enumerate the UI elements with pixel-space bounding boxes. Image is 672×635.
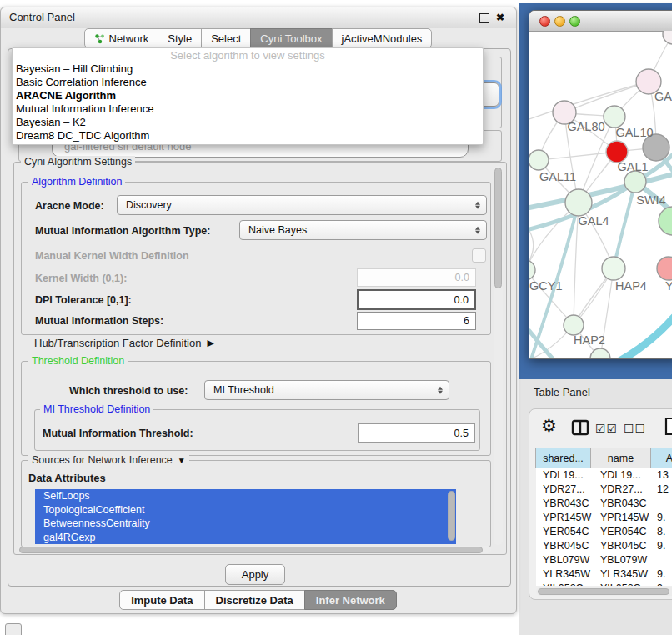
- aracne-mode-combo[interactable]: Discovery: [117, 195, 487, 215]
- table-panel: ⚙ ☑☑ ☐☐ shared... name A YDL19... YDL19.…: [529, 408, 672, 600]
- attribute-item[interactable]: SelfLoops: [35, 489, 456, 503]
- column-header-clipped[interactable]: A: [650, 448, 672, 468]
- column-header-name[interactable]: name: [590, 448, 651, 468]
- network-node-label: HAP2: [574, 333, 605, 347]
- table-cell[interactable]: [653, 553, 672, 568]
- popup-item-aracne[interactable]: ARACNE Algorithm: [13, 89, 483, 102]
- attribute-item[interactable]: gal4RGexp: [35, 531, 456, 545]
- table-cell[interactable]: YER054C: [592, 525, 653, 539]
- network-node[interactable]: [624, 171, 646, 192]
- table-row[interactable]: YER054C YER054C 8.: [536, 525, 672, 539]
- table-cell[interactable]: YBL079W: [592, 553, 653, 568]
- network-node[interactable]: [565, 189, 592, 216]
- sources-group-toggle[interactable]: Sources for Network Inference ▼: [28, 454, 189, 467]
- table-row[interactable]: YBL079W YBL079W: [536, 553, 672, 568]
- tab-label: Style: [168, 32, 192, 45]
- table-cell[interactable]: [653, 497, 672, 511]
- close-icon[interactable]: ✖: [496, 8, 504, 28]
- table-cell[interactable]: YIL052C: [592, 582, 653, 586]
- table-cell[interactable]: YDL19...: [536, 468, 592, 482]
- tab-style[interactable]: Style: [158, 28, 202, 48]
- apply-button[interactable]: Apply: [225, 564, 285, 585]
- tab-network[interactable]: Network: [84, 28, 159, 48]
- table-row[interactable]: YPR145W YPR145W 9.: [536, 511, 672, 525]
- network-window-titlebar[interactable]: [529, 11, 672, 32]
- table-cell[interactable]: 9.: [653, 539, 672, 553]
- table-cell[interactable]: YBR045C: [592, 539, 653, 553]
- dpi-tolerance-field[interactable]: 0.0: [357, 289, 476, 310]
- attribute-item[interactable]: BetweennessCentrality: [35, 517, 456, 531]
- network-canvas[interactable]: GAL GAL80 GAL10 GAL1 GAL11 SWI4 GAL4 GCY…: [529, 31, 672, 358]
- table-row[interactable]: YDR27... YDR27... 12: [536, 482, 672, 497]
- table-cell[interactable]: YBL079W: [536, 553, 592, 568]
- popup-item-mutual-information[interactable]: Mutual Information Inference: [13, 102, 483, 116]
- tab-cyni-toolbox[interactable]: Cyni Toolbox: [250, 28, 332, 48]
- tab-select[interactable]: Select: [201, 28, 251, 48]
- table-cell[interactable]: YPR145W: [592, 511, 653, 525]
- table-row[interactable]: YIL052C YIL052C 9: [536, 582, 672, 586]
- network-node[interactable]: [564, 315, 584, 335]
- network-node[interactable]: [657, 257, 672, 280]
- deselect-all-checkboxes-icon[interactable]: ☐☐: [624, 422, 646, 435]
- document-icon[interactable]: [664, 417, 672, 436]
- table-cell[interactable]: YER054C: [536, 525, 592, 539]
- table-row[interactable]: YLR345W YLR345W 9.: [536, 568, 672, 582]
- kernel-width-field[interactable]: 0.0: [357, 268, 476, 287]
- table-cell[interactable]: YIL052C: [536, 582, 592, 586]
- bottom-tab-discretize-data[interactable]: Discretize Data: [204, 590, 305, 610]
- select-all-checkboxes-icon[interactable]: ☑☑: [595, 422, 618, 435]
- table-cell[interactable]: 9.: [653, 511, 672, 525]
- which-threshold-combo[interactable]: MI Threshold: [204, 380, 449, 400]
- zoom-traffic-light[interactable]: [569, 16, 580, 27]
- table-cell[interactable]: 9: [653, 582, 672, 586]
- popup-item-dream8[interactable]: Dream8 DC_TDC Algorithm: [13, 129, 483, 142]
- float-icon[interactable]: [479, 13, 489, 22]
- table-hscrollbar-thumb[interactable]: [538, 588, 669, 595]
- attribute-item[interactable]: TopologicalCoefficient: [35, 503, 456, 518]
- network-node[interactable]: [663, 31, 672, 44]
- tab-jactivemnodules[interactable]: jActiveMNodules: [332, 28, 433, 48]
- control-panel-title: Control Panel: [9, 8, 75, 28]
- mi-threshold-field[interactable]: 0.5: [358, 423, 475, 442]
- table-cell[interactable]: YDL19...: [592, 468, 653, 482]
- table-cell[interactable]: 12: [653, 482, 672, 497]
- table-cell[interactable]: 8.: [653, 525, 672, 539]
- settings-vscrollbar-thumb[interactable]: [494, 168, 502, 288]
- table-cell[interactable]: YDR27...: [536, 482, 592, 497]
- table-cell[interactable]: 13: [653, 468, 672, 482]
- minimize-traffic-light[interactable]: [554, 16, 565, 27]
- network-node[interactable]: [604, 106, 625, 128]
- split-view-icon[interactable]: [571, 419, 590, 437]
- table-row[interactable]: YBR043C YBR043C: [536, 497, 672, 511]
- minimized-panel-chip[interactable]: [5, 623, 22, 635]
- table-row[interactable]: YBR045C YBR045C 9.: [536, 539, 672, 553]
- network-node[interactable]: [659, 207, 672, 235]
- table-cell[interactable]: YBR045C: [536, 539, 592, 553]
- table-cell[interactable]: YDR27...: [592, 482, 653, 497]
- close-traffic-light[interactable]: [539, 16, 550, 27]
- manual-kernel-width-checkbox[interactable]: [472, 248, 486, 262]
- mi-algorithm-type-combo[interactable]: Naive Bayes: [239, 220, 487, 240]
- table-row[interactable]: YDL19... YDL19... 13: [536, 468, 672, 482]
- table-cell[interactable]: 9.: [653, 568, 672, 582]
- mi-steps-field[interactable]: 6: [357, 312, 476, 330]
- table-cell[interactable]: YBR043C: [592, 497, 653, 511]
- gear-icon[interactable]: ⚙: [541, 416, 557, 436]
- control-panel-titlebar[interactable]: Control Panel ✖: [1, 8, 516, 28]
- bottom-tab-infer-network[interactable]: Infer Network: [304, 590, 397, 610]
- table-cell[interactable]: YBR043C: [536, 497, 592, 511]
- table-cell[interactable]: YLR345W: [592, 568, 653, 582]
- table-cell[interactable]: YPR145W: [536, 511, 592, 525]
- network-node[interactable]: [602, 257, 625, 280]
- network-node[interactable]: [529, 150, 549, 170]
- popup-item-basic-correlation[interactable]: Basic Correlation Inference: [13, 76, 483, 89]
- bottom-tab-impute-data[interactable]: Impute Data: [119, 590, 204, 610]
- hub-section-toggle[interactable]: Hub/Transcription Factor Definition ▶: [34, 335, 214, 350]
- popup-item-bayesian-hill-climbing[interactable]: Bayesian – Hill Climbing: [13, 62, 483, 76]
- column-header-shared-name[interactable]: shared...: [535, 448, 591, 468]
- network-node[interactable]: [529, 260, 535, 280]
- field-value: 6: [464, 315, 469, 327]
- table-cell[interactable]: YLR345W: [536, 568, 592, 582]
- attributes-vscrollbar-thumb[interactable]: [448, 491, 455, 541]
- popup-item-bayesian-k2[interactable]: Bayesian – K2: [13, 116, 483, 129]
